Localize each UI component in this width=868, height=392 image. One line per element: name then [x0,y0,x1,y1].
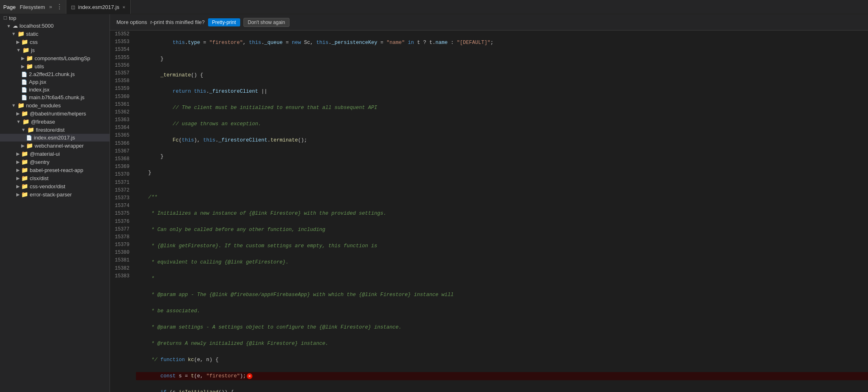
tab-expand-arrow[interactable]: » [49,4,53,10]
folder-icon-components: 📁 [26,55,33,61]
code-line-15363: * Initializes a new instance of {@link F… [136,209,868,218]
sidebar-label-indexjsx: index.jsx [29,87,50,93]
code-line-15357: // usage throws an exception. [136,120,868,128]
chevron-right-icon-css: ▶ [16,39,20,45]
sidebar-item-nodemodules[interactable]: ▼ 📁 node_modules [0,101,110,109]
folder-icon-css: 📁 [21,39,28,45]
sidebar-label-sentry: @sentry [30,159,50,165]
sidebar-item-firestoredist[interactable]: ▼ 📁 firestore/dist [0,126,110,134]
sidebar-item-indexjsx[interactable]: 📄 index.jsx [0,86,110,94]
sidebar-label-utils: utils [35,63,44,70]
sidebar-item-errorstack[interactable]: ▶ 📁 error-stack-parser [0,190,110,198]
sidebar-label-clsx: clsx/dist [30,175,48,181]
tab-bar: Page Filesystem » ⋮ ◫ index.esm2017.js ✕ [0,0,868,14]
code-line-15364: * Can only be called before any other fu… [136,226,868,234]
sidebar-item-localhost[interactable]: ▼ ☁ localhost:5000 [0,22,110,30]
tab-filesystem[interactable]: Filesystem [20,4,45,10]
chevron-right-icon-webchannel: ▶ [21,143,24,148]
sidebar-label-mainchunk: main.b7fc6a45.chunk.js [29,94,85,100]
folder-icon-errorstack: 📁 [21,191,28,198]
folder-icon-utils: 📁 [26,63,33,70]
sidebar-label-babel: @babel/runtime/helpers [30,111,86,117]
sidebar-label-top: top [9,15,16,21]
code-line-15370: * @param settings - A settings object to… [136,323,868,331]
pretty-print-button[interactable]: Pretty-print [208,18,240,26]
file-icon-appjsx: 📄 [21,79,27,85]
sidebar-item-mainchunk[interactable]: 📄 main.b7fc6a45.chunk.js [0,94,110,101]
file-icon-indexjsx: 📄 [21,87,27,93]
code-line-15367: * [136,274,868,283]
sidebar-label-chunk1: 2.a2ffed21.chunk.js [29,71,75,77]
sidebar-item-static[interactable]: ▼ 📁 static [0,30,110,38]
sidebar-item-components[interactable]: ▶ 📁 components/LoadingSp [0,54,110,62]
sidebar-label-localhost: localhost:5000 [20,23,54,29]
folder-icon-nodemodules: 📁 [18,102,24,109]
sidebar-label-firebase: @firebase [31,119,55,125]
main-layout: ☐ top ▼ ☁ localhost:5000 ▼ 📁 static ▶ 📁 … [0,14,868,392]
folder-icon-firebase: 📁 [22,118,29,125]
chevron-down-icon-js: ▼ [16,48,21,52]
sidebar-label-webchannel: webchannel-wrapper [35,143,84,149]
code-line-15356: // The client must be initialized to ens… [136,104,868,112]
sidebar-item-cssvendor[interactable]: ▶ 📁 css-vendor/dist [0,182,110,190]
tab-close-button[interactable]: ✕ [123,4,125,10]
folder-icon-webchannel: 📁 [26,142,33,149]
sidebar-item-babelpreset[interactable]: ▶ 📁 babel-preset-react-app [0,166,110,174]
file-tab[interactable]: ◫ index.esm2017.js ✕ [66,0,130,14]
chevron-right-icon-babel: ▶ [16,111,20,116]
chevron-right-icon-clsx: ▶ [16,176,20,181]
sidebar-item-appjsx[interactable]: 📄 App.jsx [0,78,110,86]
code-line-15358: Fc(this), this._firestoreClient.terminat… [136,136,868,144]
sidebar-label-firestoredist: firestore/dist [36,127,65,133]
folder-icon-firestoredist: 📁 [27,126,34,133]
code-line-15374: if (s.isInitialized()) { [136,388,868,392]
folder-icon-static: 📁 [18,30,24,37]
code-viewer[interactable]: 15352 15353 15354 15355 15356 15357 1535… [110,30,868,392]
code-line-15359: } [136,152,868,161]
sidebar-label-js: js [31,47,35,53]
folder-icon-js: 📁 [22,47,29,53]
code-line-15352: this.type = "firestore", this._queue = n… [136,39,868,47]
sidebar-label-components: components/LoadingSp [35,55,90,61]
checkbox-icon: ☐ [3,15,7,21]
sidebar-item-materialui[interactable]: ▶ 📁 @material-ui [0,150,110,158]
chevron-right-icon-cssvendor: ▶ [16,184,20,189]
code-line-15365: * {@link getFirestore}. If the custom se… [136,242,868,250]
line-numbers: 15352 15353 15354 15355 15356 15357 1535… [110,30,134,392]
folder-icon-clsx: 📁 [21,175,28,181]
folder-icon-sentry: 📁 [21,159,28,165]
sidebar-item-indexesm[interactable]: 📄 index.esm2017.js [0,134,110,142]
folder-icon-babel: 📁 [21,110,28,117]
sidebar-label-cssvendor: css-vendor/dist [30,183,65,189]
chevron-down-icon-nodemodules: ▼ [11,103,16,108]
chevron-down-icon: ▼ [7,24,11,28]
chevron-down-icon-static: ▼ [11,31,16,36]
sidebar-label-babelpreset: babel-preset-react-app [30,167,83,173]
dont-show-again-button[interactable]: Don't show again [243,18,290,27]
chevron-right-icon-materialui: ▶ [16,151,20,157]
tab-page[interactable]: Page [3,4,15,10]
sidebar: ☐ top ▼ ☁ localhost:5000 ▼ 📁 static ▶ 📁 … [0,14,110,392]
sidebar-item-webchannel[interactable]: ▶ 📁 webchannel-wrapper [0,142,110,150]
chevron-right-icon-sentry: ▶ [16,159,20,165]
tab-dots-menu[interactable]: ⋮ [56,3,63,11]
tab-back-icon: ◫ [71,4,75,11]
sidebar-item-sentry[interactable]: ▶ 📁 @sentry [0,158,110,166]
sidebar-item-js[interactable]: ▼ 📁 js [0,46,110,54]
code-line-15373: const s = t(e, "firestore");✕ [136,372,868,380]
sidebar-label-errorstack: error-stack-parser [30,192,72,198]
sidebar-item-chunk1[interactable]: 📄 2.a2ffed21.chunk.js [0,70,110,78]
file-icon-chunk1: 📄 [21,72,27,77]
sidebar-item-top[interactable]: ☐ top [0,14,110,22]
sidebar-item-css[interactable]: ▶ 📁 css [0,38,110,46]
sidebar-label-appjsx: App.jsx [29,79,46,85]
code-content: this.type = "firestore", this._queue = n… [134,30,868,392]
sidebar-item-utils[interactable]: ▶ 📁 utils [0,62,110,70]
sidebar-item-clsx[interactable]: ▶ 📁 clsx/dist [0,174,110,182]
chevron-down-icon-firestoredist: ▼ [21,127,26,132]
sidebar-item-firebase[interactable]: ▼ 📁 @firebase [0,118,110,126]
sidebar-label-materialui: @material-ui [30,151,60,157]
sidebar-label-static: static [26,31,38,37]
code-line-15362: /** [136,193,868,201]
sidebar-item-babel[interactable]: ▶ 📁 @babel/runtime/helpers [0,109,110,118]
